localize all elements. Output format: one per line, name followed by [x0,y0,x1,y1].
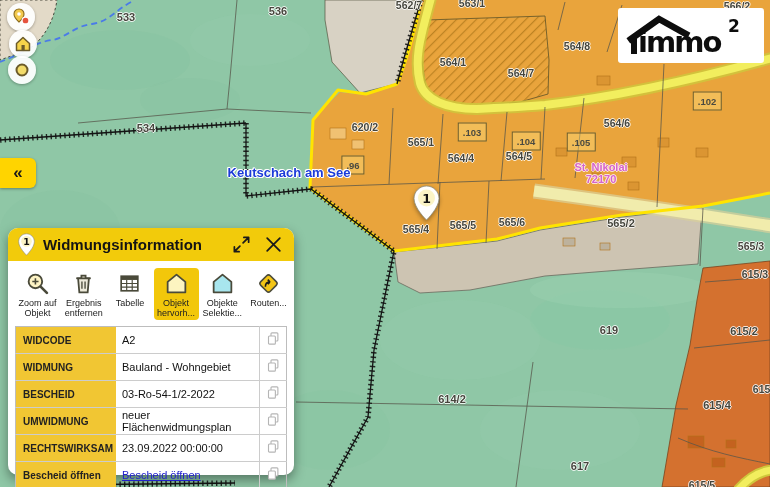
table-row: BESCHEID 03-Ro-54-1/2-2022 [16,381,287,408]
parcel-label: 563/1 [459,0,485,9]
close-icon [264,235,283,254]
row-label: WIDCODE [16,327,117,354]
district-label: St. Nikolai [574,161,627,173]
tool-label: Routen... [250,298,287,308]
table-row: WIDMUNG Bauland - Wohngebiet [16,354,287,381]
copy-button[interactable] [260,354,287,381]
parcel-label: 615/2 [730,325,758,337]
zoom-to-object-button[interactable]: Zoom auf Objekt [15,268,60,320]
tool-label: Zoom auf Objekt [16,298,59,318]
copy-button[interactable] [260,462,287,487]
panel-marker-badge: 1 [18,233,35,256]
widmungsinformation-panel: 1 Widmungsinformation [8,228,294,475]
tool-label: Ergebnis entfernen [62,298,105,318]
highlight-object-icon [164,271,189,296]
table-row: RECHTSWIRKSAM 23.09.2022 00:00:00 [16,435,287,462]
expand-panel-button[interactable] [229,233,253,257]
badge-number: 1 [23,236,30,247]
row-value: 23.09.2022 00:00:00 [116,435,260,462]
immo2-logo-graphic: immo 2 [624,13,758,59]
marker-number: 1 [422,191,431,206]
parcel-label: 615/1 [753,383,770,395]
parcel-label: 615/5 [689,479,715,487]
tool-label: Objekte Selektie... [201,298,244,318]
copy-icon [266,466,281,481]
parcel-label: 564/4 [448,152,474,164]
panel-header[interactable]: 1 Widmungsinformation [8,228,294,261]
parcel-label: 620/2 [352,121,378,133]
parcel-label: 534 [137,122,155,134]
overview-pins-button[interactable] [7,3,35,31]
parcel-label: 565/3 [738,240,764,252]
logo-sup: 2 [728,16,740,36]
home-icon [13,34,33,54]
panel-title: Widmungsinformation [43,236,221,253]
parcel-label: 565/4 [403,223,429,235]
building-parcel-label: .105 [567,133,596,152]
parcel-label: 565/6 [499,216,525,228]
row-label: WIDMUNG [16,354,117,381]
map-pins-icon [11,7,31,27]
zoning-info-table: WIDCODE A2 WIDMUNG Bauland - Wohngebiet … [15,326,287,487]
tool-label: Tabelle [116,298,145,308]
locate-button[interactable] [8,56,36,84]
logo-text: immo [638,25,721,59]
town-label: Keutschach am See [228,165,351,180]
select-objects-icon [210,271,235,296]
table-button[interactable]: Tabelle [107,268,152,320]
parcel-label: 564/1 [440,56,466,68]
row-label: BESCHEID [16,381,117,408]
highlight-object-button[interactable]: Objekt hervorh... [154,268,199,320]
parcel-label: 564/8 [564,40,590,52]
row-label: UMWIDMUNG [16,408,117,435]
table-row: WIDCODE A2 [16,327,287,354]
parcel-label: 533 [117,11,135,23]
table-icon [117,271,142,296]
expand-arrows-icon [232,235,251,254]
row-label: Bescheid öffnen [16,462,117,487]
row-value: Bauland - Wohngebiet [116,354,260,381]
parcel-label: 562/7 [396,0,422,11]
result-marker[interactable]: 1 [413,185,440,221]
parcel-label: 615/3 [742,268,768,280]
close-panel-button[interactable] [261,233,285,257]
parcel-label: 617 [571,460,589,472]
parcel-label: 614/2 [438,393,466,405]
select-objects-button[interactable]: Objekte Selektie... [200,268,245,320]
row-value: 03-Ro-54-1/2-2022 [116,381,260,408]
map-viewport[interactable]: 533 536 534 562/7 563/1 566/2 564/8 564/… [0,0,770,487]
copy-button[interactable] [260,327,287,354]
copy-button[interactable] [260,408,287,435]
copy-icon [266,385,281,400]
parcel-label: 565/2 [607,217,635,229]
copy-icon [266,439,281,454]
copy-button[interactable] [260,435,287,462]
row-value: A2 [116,327,260,354]
parcel-label: 565/5 [450,219,476,231]
parcel-label: 564/7 [508,67,534,79]
row-label: RECHTSWIRKSAM [16,435,117,462]
open-bescheid-link[interactable]: Bescheid öffnen [122,469,201,481]
copy-icon [266,412,281,427]
copy-icon [266,358,281,373]
routes-button[interactable]: Routen... [246,268,291,320]
route-icon [256,271,281,296]
parcel-label: 564/6 [604,117,630,129]
district-label-code: 72170 [586,173,617,185]
home-button[interactable] [9,30,37,58]
table-row: UMWIDMUNG neuer Flächenwidmungsplan [16,408,287,435]
tool-label: Objekt hervorh... [155,298,198,318]
building-parcel-label: .104 [512,132,541,151]
parcel-label: 564/5 [506,150,532,162]
parcel-label: 536 [269,5,287,17]
copy-button[interactable] [260,381,287,408]
row-value: neuer Flächenwidmungsplan [116,408,260,435]
circle-icon [12,60,32,80]
immo2-logo: immo 2 [618,8,764,63]
parcel-label: 619 [600,324,618,336]
remove-result-button[interactable]: Ergebnis entfernen [61,268,106,320]
parcel-label: 615/4 [703,399,731,411]
building-parcel-label: .103 [458,123,487,142]
parcel-label: 565/1 [408,136,434,148]
sidebar-collapse-button[interactable]: « [0,158,36,188]
